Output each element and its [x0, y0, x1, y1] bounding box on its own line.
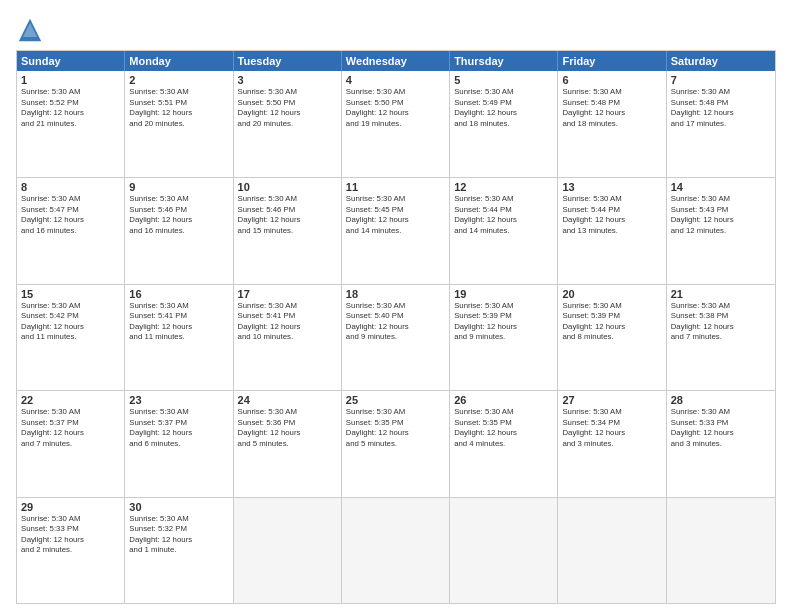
day-info: Sunrise: 5:30 AMSunset: 5:46 PMDaylight:…	[238, 194, 337, 236]
day-info: Sunrise: 5:30 AMSunset: 5:48 PMDaylight:…	[562, 87, 661, 129]
day-info: Sunrise: 5:30 AMSunset: 5:39 PMDaylight:…	[562, 301, 661, 343]
weekday-header: Friday	[558, 51, 666, 71]
day-info: Sunrise: 5:30 AMSunset: 5:35 PMDaylight:…	[454, 407, 553, 449]
calendar-cell: 5Sunrise: 5:30 AMSunset: 5:49 PMDaylight…	[450, 71, 558, 177]
calendar-week: 15Sunrise: 5:30 AMSunset: 5:42 PMDayligh…	[17, 284, 775, 390]
day-number: 14	[671, 181, 771, 193]
day-number: 22	[21, 394, 120, 406]
day-number: 26	[454, 394, 553, 406]
day-number: 28	[671, 394, 771, 406]
day-number: 29	[21, 501, 120, 513]
header	[16, 12, 776, 44]
calendar-cell: 10Sunrise: 5:30 AMSunset: 5:46 PMDayligh…	[234, 178, 342, 283]
weekday-header: Monday	[125, 51, 233, 71]
calendar-cell: 24Sunrise: 5:30 AMSunset: 5:36 PMDayligh…	[234, 391, 342, 496]
day-info: Sunrise: 5:30 AMSunset: 5:41 PMDaylight:…	[129, 301, 228, 343]
day-info: Sunrise: 5:30 AMSunset: 5:39 PMDaylight:…	[454, 301, 553, 343]
day-number: 20	[562, 288, 661, 300]
calendar-cell: 23Sunrise: 5:30 AMSunset: 5:37 PMDayligh…	[125, 391, 233, 496]
calendar-cell: 20Sunrise: 5:30 AMSunset: 5:39 PMDayligh…	[558, 285, 666, 390]
day-number: 1	[21, 74, 120, 86]
weekday-header: Thursday	[450, 51, 558, 71]
day-number: 23	[129, 394, 228, 406]
calendar-cell: 11Sunrise: 5:30 AMSunset: 5:45 PMDayligh…	[342, 178, 450, 283]
calendar-cell: 22Sunrise: 5:30 AMSunset: 5:37 PMDayligh…	[17, 391, 125, 496]
day-info: Sunrise: 5:30 AMSunset: 5:44 PMDaylight:…	[454, 194, 553, 236]
calendar-cell: 15Sunrise: 5:30 AMSunset: 5:42 PMDayligh…	[17, 285, 125, 390]
day-info: Sunrise: 5:30 AMSunset: 5:35 PMDaylight:…	[346, 407, 445, 449]
day-number: 8	[21, 181, 120, 193]
calendar-cell	[342, 498, 450, 603]
calendar-cell: 6Sunrise: 5:30 AMSunset: 5:48 PMDaylight…	[558, 71, 666, 177]
day-info: Sunrise: 5:30 AMSunset: 5:43 PMDaylight:…	[671, 194, 771, 236]
calendar-cell: 28Sunrise: 5:30 AMSunset: 5:33 PMDayligh…	[667, 391, 775, 496]
day-info: Sunrise: 5:30 AMSunset: 5:32 PMDaylight:…	[129, 514, 228, 556]
calendar-header: SundayMondayTuesdayWednesdayThursdayFrid…	[17, 51, 775, 71]
day-number: 6	[562, 74, 661, 86]
day-number: 4	[346, 74, 445, 86]
day-info: Sunrise: 5:30 AMSunset: 5:47 PMDaylight:…	[21, 194, 120, 236]
calendar-cell: 19Sunrise: 5:30 AMSunset: 5:39 PMDayligh…	[450, 285, 558, 390]
day-info: Sunrise: 5:30 AMSunset: 5:45 PMDaylight:…	[346, 194, 445, 236]
calendar-cell: 25Sunrise: 5:30 AMSunset: 5:35 PMDayligh…	[342, 391, 450, 496]
day-number: 2	[129, 74, 228, 86]
calendar-cell: 2Sunrise: 5:30 AMSunset: 5:51 PMDaylight…	[125, 71, 233, 177]
calendar-cell: 7Sunrise: 5:30 AMSunset: 5:48 PMDaylight…	[667, 71, 775, 177]
day-number: 24	[238, 394, 337, 406]
day-number: 11	[346, 181, 445, 193]
day-info: Sunrise: 5:30 AMSunset: 5:52 PMDaylight:…	[21, 87, 120, 129]
day-number: 7	[671, 74, 771, 86]
calendar-cell: 12Sunrise: 5:30 AMSunset: 5:44 PMDayligh…	[450, 178, 558, 283]
day-number: 15	[21, 288, 120, 300]
calendar-cell: 13Sunrise: 5:30 AMSunset: 5:44 PMDayligh…	[558, 178, 666, 283]
day-info: Sunrise: 5:30 AMSunset: 5:34 PMDaylight:…	[562, 407, 661, 449]
day-info: Sunrise: 5:30 AMSunset: 5:51 PMDaylight:…	[129, 87, 228, 129]
day-info: Sunrise: 5:30 AMSunset: 5:33 PMDaylight:…	[671, 407, 771, 449]
logo-icon	[16, 16, 44, 44]
day-info: Sunrise: 5:30 AMSunset: 5:50 PMDaylight:…	[238, 87, 337, 129]
day-info: Sunrise: 5:30 AMSunset: 5:44 PMDaylight:…	[562, 194, 661, 236]
calendar-cell	[667, 498, 775, 603]
calendar-cell: 9Sunrise: 5:30 AMSunset: 5:46 PMDaylight…	[125, 178, 233, 283]
calendar-body: 1Sunrise: 5:30 AMSunset: 5:52 PMDaylight…	[17, 71, 775, 603]
day-info: Sunrise: 5:30 AMSunset: 5:41 PMDaylight:…	[238, 301, 337, 343]
calendar-week: 8Sunrise: 5:30 AMSunset: 5:47 PMDaylight…	[17, 177, 775, 283]
calendar-cell: 17Sunrise: 5:30 AMSunset: 5:41 PMDayligh…	[234, 285, 342, 390]
day-number: 9	[129, 181, 228, 193]
day-number: 19	[454, 288, 553, 300]
day-number: 18	[346, 288, 445, 300]
calendar-cell: 8Sunrise: 5:30 AMSunset: 5:47 PMDaylight…	[17, 178, 125, 283]
day-number: 27	[562, 394, 661, 406]
calendar-cell: 29Sunrise: 5:30 AMSunset: 5:33 PMDayligh…	[17, 498, 125, 603]
day-info: Sunrise: 5:30 AMSunset: 5:37 PMDaylight:…	[129, 407, 228, 449]
day-number: 17	[238, 288, 337, 300]
day-info: Sunrise: 5:30 AMSunset: 5:36 PMDaylight:…	[238, 407, 337, 449]
day-info: Sunrise: 5:30 AMSunset: 5:48 PMDaylight:…	[671, 87, 771, 129]
calendar-cell	[450, 498, 558, 603]
calendar-cell: 1Sunrise: 5:30 AMSunset: 5:52 PMDaylight…	[17, 71, 125, 177]
day-info: Sunrise: 5:30 AMSunset: 5:50 PMDaylight:…	[346, 87, 445, 129]
calendar-cell: 16Sunrise: 5:30 AMSunset: 5:41 PMDayligh…	[125, 285, 233, 390]
day-number: 30	[129, 501, 228, 513]
day-number: 16	[129, 288, 228, 300]
day-number: 13	[562, 181, 661, 193]
day-number: 12	[454, 181, 553, 193]
calendar-cell: 26Sunrise: 5:30 AMSunset: 5:35 PMDayligh…	[450, 391, 558, 496]
day-info: Sunrise: 5:30 AMSunset: 5:46 PMDaylight:…	[129, 194, 228, 236]
day-info: Sunrise: 5:30 AMSunset: 5:49 PMDaylight:…	[454, 87, 553, 129]
weekday-header: Wednesday	[342, 51, 450, 71]
day-number: 5	[454, 74, 553, 86]
weekday-header: Saturday	[667, 51, 775, 71]
calendar-cell: 30Sunrise: 5:30 AMSunset: 5:32 PMDayligh…	[125, 498, 233, 603]
day-info: Sunrise: 5:30 AMSunset: 5:37 PMDaylight:…	[21, 407, 120, 449]
calendar: SundayMondayTuesdayWednesdayThursdayFrid…	[16, 50, 776, 604]
weekday-header: Sunday	[17, 51, 125, 71]
calendar-cell: 21Sunrise: 5:30 AMSunset: 5:38 PMDayligh…	[667, 285, 775, 390]
calendar-week: 1Sunrise: 5:30 AMSunset: 5:52 PMDaylight…	[17, 71, 775, 177]
calendar-cell: 27Sunrise: 5:30 AMSunset: 5:34 PMDayligh…	[558, 391, 666, 496]
calendar-cell: 18Sunrise: 5:30 AMSunset: 5:40 PMDayligh…	[342, 285, 450, 390]
day-number: 3	[238, 74, 337, 86]
day-number: 10	[238, 181, 337, 193]
calendar-cell: 3Sunrise: 5:30 AMSunset: 5:50 PMDaylight…	[234, 71, 342, 177]
day-info: Sunrise: 5:30 AMSunset: 5:38 PMDaylight:…	[671, 301, 771, 343]
